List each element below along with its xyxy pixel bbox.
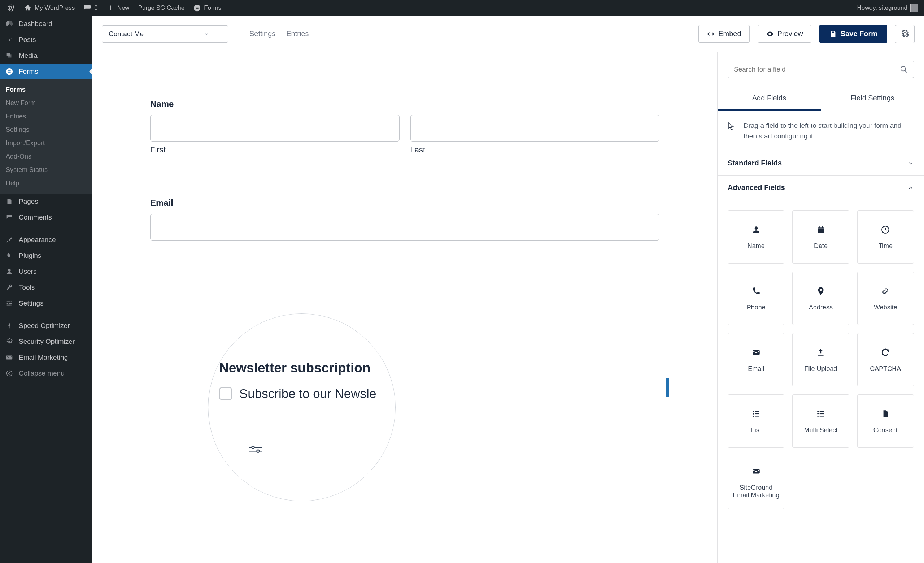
field-card-name[interactable]: Name [728, 210, 784, 264]
toolbar-tab-entries[interactable]: Entries [286, 30, 309, 38]
form-canvas[interactable]: Name First Last [92, 52, 717, 563]
sidebar-speed[interactable]: Speed Optimizer [0, 318, 92, 334]
sidebar-emailmkt[interactable]: Email Marketing [0, 350, 92, 365]
field-email[interactable]: Email [150, 198, 659, 240]
field-search[interactable] [728, 61, 914, 78]
save-label: Save Form [841, 30, 878, 38]
sidebar-emailmkt-label: Email Marketing [19, 354, 68, 362]
sidebar-users[interactable]: Users [0, 264, 92, 279]
field-search-input[interactable] [734, 65, 896, 73]
preview-button[interactable]: Preview [758, 25, 812, 43]
email-icon [751, 466, 762, 477]
sidebar-users-label: Users [19, 267, 37, 276]
field-card-list[interactable]: List [728, 394, 784, 448]
field-card-sgemail-label: SiteGround Email Marketing [731, 484, 781, 499]
first-name-input[interactable] [150, 115, 399, 141]
sidebar-pages[interactable]: Pages [0, 194, 92, 209]
submenu-forms[interactable]: Forms [0, 83, 92, 96]
tab-add-fields[interactable]: Add Fields [717, 87, 821, 111]
sidebar-collapse[interactable]: Collapse menu [0, 365, 92, 381]
last-name-input[interactable] [410, 115, 660, 141]
sidebar-security[interactable]: Security Optimizer [0, 334, 92, 350]
purge-cache-link[interactable]: Purge SG Cache [134, 0, 189, 16]
sidebar-comments-label: Comments [19, 213, 52, 221]
svg-point-12 [252, 446, 255, 449]
wordpress-icon [7, 4, 15, 12]
field-card-consent[interactable]: Consent [857, 394, 914, 448]
field-card-captcha[interactable]: CAPTCHA [857, 333, 914, 386]
forms-link-top[interactable]: Forms [189, 0, 226, 16]
svg-rect-23 [753, 350, 760, 354]
gear-icon [900, 30, 909, 38]
sidebar-dashboard[interactable]: Dashboard [0, 16, 92, 32]
sidebar-tools[interactable]: Tools [0, 279, 92, 296]
sidebar-comments[interactable]: Comments [0, 209, 92, 225]
field-card-address[interactable]: Address [792, 272, 849, 325]
location-icon [815, 286, 826, 296]
form-settings-button[interactable] [895, 25, 915, 43]
magnified-checkbox[interactable] [219, 387, 232, 400]
svg-rect-31 [820, 411, 824, 412]
new-label: New [117, 5, 130, 12]
field-card-date[interactable]: Date [792, 210, 849, 264]
refresh-icon [880, 347, 891, 358]
sidebar-tools-label: Tools [19, 284, 34, 291]
submenu-importexport[interactable]: Import/Export [0, 137, 92, 150]
submenu-entries[interactable]: Entries [0, 110, 92, 123]
field-card-phone[interactable]: Phone [728, 272, 784, 325]
comments-icon [5, 213, 14, 222]
main-area: Contact Me Settings Entries Embed Previe… [92, 16, 924, 563]
user-icon [5, 267, 14, 276]
site-name: My WordPress [34, 5, 75, 12]
plug-icon [5, 251, 14, 260]
sidebar-appearance[interactable]: Appearance [0, 232, 92, 248]
field-card-fileupload[interactable]: File Upload [792, 333, 849, 386]
tab-field-settings[interactable]: Field Settings [821, 87, 924, 111]
field-card-time[interactable]: Time [857, 210, 914, 264]
comments-link[interactable]: 0 [79, 0, 102, 16]
pin-icon [5, 35, 14, 44]
save-form-button[interactable]: Save Form [819, 24, 887, 43]
submenu-addons[interactable]: Add-Ons [0, 150, 92, 163]
submenu-settings[interactable]: Settings [0, 123, 92, 137]
submenu-newform[interactable]: New Form [0, 96, 92, 110]
new-link[interactable]: New [102, 0, 134, 16]
sidebar-plugins[interactable]: Plugins [0, 248, 92, 264]
accordion-standard[interactable]: Standard Fields [717, 151, 924, 176]
sidebar-settings[interactable]: Settings [0, 296, 92, 311]
submenu-systemstatus[interactable]: System Status [0, 163, 92, 177]
comments-count: 0 [94, 5, 98, 12]
sidebar-pages-label: Pages [19, 198, 38, 206]
sidebar-dashboard-label: Dashboard [19, 20, 52, 28]
field-card-website[interactable]: Website [857, 272, 914, 325]
toolbar-tab-settings[interactable]: Settings [249, 30, 275, 38]
svg-rect-32 [817, 413, 819, 414]
field-card-email[interactable]: Email [728, 333, 784, 386]
wp-logo[interactable] [3, 0, 20, 16]
field-card-name-label: Name [747, 242, 765, 250]
purge-label: Purge SG Cache [138, 5, 185, 12]
field-card-time-label: Time [879, 242, 892, 250]
list-icon [751, 408, 762, 419]
form-switcher[interactable]: Contact Me [102, 25, 228, 43]
howdy-link[interactable]: Howdy, siteground [857, 4, 921, 12]
field-name[interactable]: Name First Last [150, 99, 659, 155]
email-input[interactable] [150, 214, 659, 240]
svg-rect-25 [755, 411, 759, 412]
preview-label: Preview [777, 30, 803, 38]
person-icon [751, 224, 762, 235]
sidebar-posts[interactable]: Posts [0, 32, 92, 48]
sidebar-forms[interactable]: Forms [0, 63, 92, 80]
submenu-help[interactable]: Help [0, 177, 92, 190]
field-card-sgemail[interactable]: SiteGround Email Marketing [728, 456, 784, 509]
sidebar-media[interactable]: Media [0, 48, 92, 63]
embed-button[interactable]: Embed [698, 25, 749, 43]
admin-sidebar: Dashboard Posts Media Forms Forms New Fo… [0, 16, 92, 563]
svg-point-3 [6, 68, 13, 75]
sidebar-forms-label: Forms [19, 68, 38, 75]
accordion-advanced[interactable]: Advanced Fields [717, 176, 924, 200]
svg-rect-5 [8, 72, 10, 73]
site-name-link[interactable]: My WordPress [20, 0, 79, 16]
sidebar-media-label: Media [19, 52, 38, 60]
field-card-multiselect[interactable]: Multi Select [792, 394, 849, 448]
